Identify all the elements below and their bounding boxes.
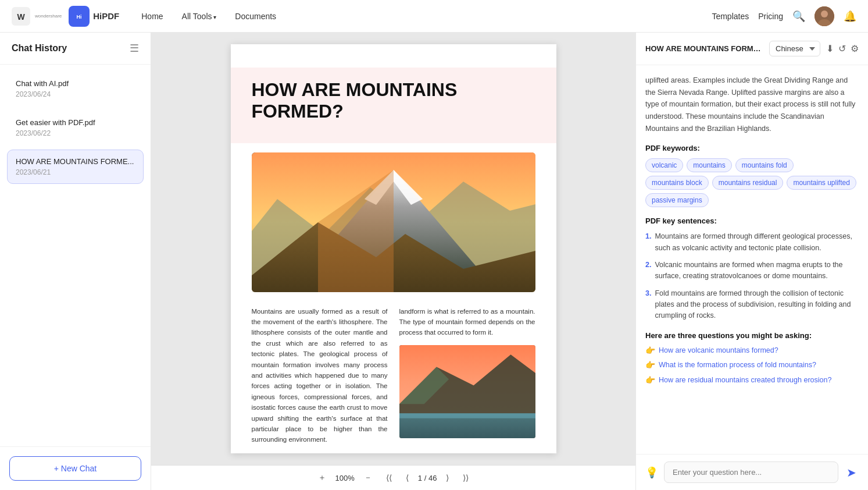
avatar[interactable] — [815, 6, 834, 26]
chat-item-0[interactable]: Chat with AI.pdf 2023/06/24 — [7, 72, 144, 106]
pdf-body-text-left: Mountains are usually formed as a result… — [252, 306, 388, 445]
share-icon[interactable]: ⚙ — [851, 43, 859, 54]
top-navigation: W wondershare Hi HiPDF Home All Tools Do… — [0, 0, 868, 33]
chat-item-1[interactable]: Get easier with PDF.pdf 2023/06/22 — [7, 111, 144, 145]
question-link-2[interactable]: What is the formation process of fold mo… — [659, 360, 816, 371]
sentence-num-2: 2. — [645, 260, 651, 282]
current-page: 1 — [418, 474, 422, 482]
nav-home[interactable]: Home — [133, 7, 171, 26]
sentence-num-3: 3. — [645, 288, 651, 322]
keyword-mountains-block[interactable]: mountains block — [645, 176, 709, 190]
question-1: 👉 How are volcanic mountains formed? — [645, 346, 859, 356]
sidebar-header: Chat History ☰ — [0, 33, 151, 65]
question-2: 👉 What is the formation process of fold … — [645, 360, 859, 371]
right-panel-title: HOW ARE MOUNTAINS FORMED... — [645, 44, 763, 53]
summary-paragraph: uplifted areas. Examples include the Gre… — [645, 74, 859, 134]
panel-icons: ⬇ ↺ ⚙ — [826, 43, 859, 54]
pdf-toolbar: ＋ 100% － ⟨⟨ ⟨ 1 / 46 ⟩ ⟩⟩ — [151, 465, 635, 490]
chat-item-date-2: 2023/06/21 — [16, 168, 135, 176]
chat-item-2[interactable]: HOW ARE MOUNTAINS FORME... 2023/06/21 — [7, 150, 144, 184]
nav-documents[interactable]: Documents — [227, 7, 284, 26]
question-link-3[interactable]: How are residual mountains created throu… — [659, 375, 831, 386]
send-button[interactable]: ➤ — [844, 463, 859, 482]
keyword-passive-margins[interactable]: passive margins — [645, 193, 709, 207]
chat-item-title-1: Get easier with PDF.pdf — [16, 118, 135, 127]
wondershare-logo-icon: W — [12, 7, 30, 26]
main-layout: Chat History ☰ Chat with AI.pdf 2023/06/… — [0, 33, 868, 490]
sentence-text-2: Volcanic mountains are formed when magma… — [655, 260, 859, 282]
download-icon[interactable]: ⬇ — [826, 43, 834, 54]
sentence-num-1: 1. — [645, 231, 651, 254]
notification-icon[interactable]: 🔔 — [844, 10, 856, 23]
pdf-content: HOW ARE MOUNTAINS FORMED? — [151, 33, 635, 465]
wondershare-text: wondershare — [35, 13, 62, 19]
search-icon[interactable]: 🔍 — [792, 10, 805, 23]
keyword-mountains-uplifted[interactable]: mountains uplifted — [787, 176, 856, 190]
right-panel-header: HOW ARE MOUNTAINS FORMED... Chinese Engl… — [636, 33, 868, 65]
right-panel: HOW ARE MOUNTAINS FORMED... Chinese Engl… — [635, 33, 868, 490]
key-sentences: 1. Mountains are formed through differen… — [645, 231, 859, 322]
sidebar-collapse-icon[interactable]: ☰ — [130, 42, 139, 55]
sentence-text-1: Mountains are formed through different g… — [655, 231, 859, 254]
nav-templates[interactable]: Templates — [712, 12, 749, 21]
chat-item-date-0: 2023/06/24 — [16, 90, 135, 98]
question-link-1[interactable]: How are volcanic mountains formed? — [659, 346, 778, 356]
svg-rect-17 — [399, 413, 535, 418]
logo[interactable]: W wondershare Hi HiPDF — [12, 6, 119, 27]
page-prev-icon[interactable]: ⟨ — [401, 471, 413, 485]
bulb-icon: 💡 — [645, 466, 658, 479]
sentence-1: 1. Mountains are formed through differen… — [645, 231, 859, 254]
questions-section: Here are three questions you might be as… — [645, 331, 859, 386]
pdf-title-area: HOW ARE MOUNTAINS FORMED? — [231, 68, 556, 143]
right-panel-footer: 💡 ➤ — [636, 454, 868, 490]
pdf-mountain-image — [252, 152, 535, 292]
hipdf-label: HiPDF — [93, 11, 119, 21]
question-emoji-2: 👉 — [645, 360, 655, 370]
chat-item-title-2: HOW ARE MOUNTAINS FORME... — [16, 157, 135, 166]
zoom-plus-icon[interactable]: ＋ — [313, 470, 331, 485]
total-pages: 46 — [428, 474, 437, 482]
keywords-row: volcanic mountains mountains fold mounta… — [645, 158, 859, 207]
page-next-icon[interactable]: ⟩ — [441, 471, 453, 485]
pdf-page: HOW ARE MOUNTAINS FORMED? — [231, 44, 556, 453]
keywords-section-title: PDF keywords: — [645, 144, 859, 152]
pdf-col-left: Mountains are usually formed as a result… — [252, 306, 388, 445]
chat-input[interactable] — [664, 461, 838, 483]
nav-links: Home All Tools Documents — [133, 7, 423, 26]
sentence-3: 3. Fold mountains are formed through the… — [645, 288, 859, 322]
keyword-mountains[interactable]: mountains — [687, 158, 731, 172]
pdf-document-title: HOW ARE MOUNTAINS FORMED? — [252, 79, 535, 122]
keyword-volcanic[interactable]: volcanic — [645, 158, 683, 172]
questions-title: Here are three questions you might be as… — [645, 331, 859, 340]
new-chat-button[interactable]: + New Chat — [9, 456, 141, 481]
pdf-col-right: landform is what is referred to as a mou… — [399, 306, 535, 445]
keyword-mountains-residual[interactable]: mountains residual — [712, 176, 784, 190]
sidebar-footer: + New Chat — [0, 446, 151, 490]
svg-text:W: W — [17, 12, 25, 22]
nav-all-tools[interactable]: All Tools — [174, 7, 225, 26]
sidebar: Chat History ☰ Chat with AI.pdf 2023/06/… — [0, 33, 151, 490]
page-separator: / — [424, 474, 428, 482]
nav-pricing[interactable]: Pricing — [758, 12, 783, 21]
language-select[interactable]: Chinese English Spanish French — [769, 41, 820, 56]
question-emoji-3: 👉 — [645, 375, 655, 385]
sentences-section-title: PDF key sentences: — [645, 216, 859, 225]
hipdf-icon: Hi — [69, 6, 90, 27]
page-last-icon[interactable]: ⟩⟩ — [458, 471, 473, 485]
page-indicator: 1 / 46 — [418, 474, 437, 482]
svg-point-5 — [821, 10, 828, 17]
pdf-viewer: HOW ARE MOUNTAINS FORMED? — [151, 33, 635, 490]
question-emoji-1: 👉 — [645, 346, 655, 355]
zoom-minus-icon[interactable]: － — [359, 470, 377, 485]
refresh-icon[interactable]: ↺ — [838, 43, 846, 54]
page-first-icon[interactable]: ⟨⟨ — [381, 471, 397, 485]
pdf-body-columns: Mountains are usually formed as a result… — [252, 306, 535, 445]
question-3: 👉 How are residual mountains created thr… — [645, 375, 859, 386]
nav-right: Templates Pricing 🔍 🔔 — [712, 6, 856, 26]
svg-text:Hi: Hi — [77, 14, 82, 20]
sentence-2: 2. Volcanic mountains are formed when ma… — [645, 260, 859, 282]
sidebar-title: Chat History — [12, 43, 67, 54]
keyword-mountains-fold[interactable]: mountains fold — [735, 158, 794, 172]
chat-list: Chat with AI.pdf 2023/06/24 Get easier w… — [0, 65, 151, 446]
sentence-text-3: Fold mountains are formed through the co… — [655, 288, 859, 322]
